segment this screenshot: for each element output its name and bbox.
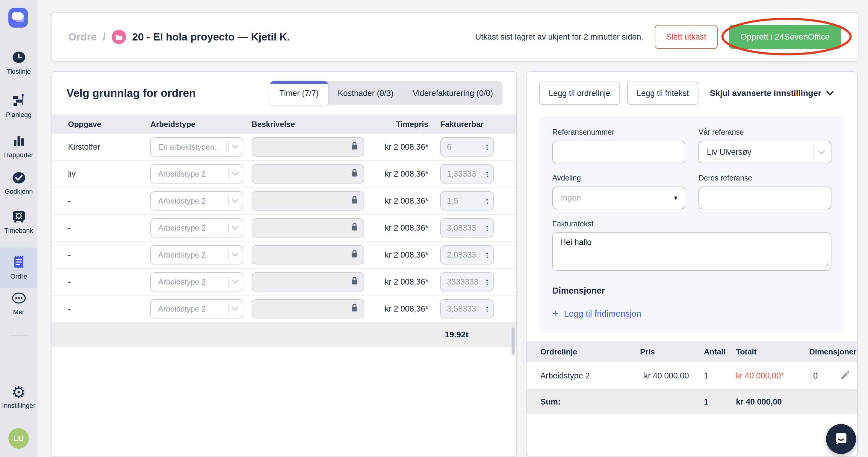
column-header: Timepris (371, 120, 440, 129)
worktype-select[interactable]: Arbeidstype 2 (150, 272, 243, 291)
deres-referanse-input[interactable] (699, 187, 832, 209)
orderline-total: kr 40 000,00* (736, 371, 809, 380)
sidebar-item-innstillinger[interactable]: ⚙ Innstillinger (0, 385, 37, 410)
chevron-down-icon (232, 280, 239, 284)
page-title: 20 - El hola proyecto — Kjetil K. (132, 31, 290, 43)
app-logo[interactable] (8, 8, 28, 28)
description-field-locked (252, 164, 364, 183)
var-referanse-label: Vår referanse (699, 128, 832, 137)
column-header: Oppgave (68, 120, 150, 129)
worktype-select[interactable]: Arbeidstype 2 (150, 299, 243, 318)
delete-draft-button[interactable]: Slett utkast (655, 25, 718, 49)
billable-hours-input: 2,08333t (440, 245, 494, 264)
plus-icon: + (552, 308, 559, 319)
add-dimension-link[interactable]: + Legg til fridimensjon (552, 308, 832, 319)
sum-total: kr 40 000,00 (736, 397, 809, 407)
column-header: Ordrelinje (540, 347, 640, 356)
edit-orderline-button[interactable] (840, 370, 849, 382)
chevron-down-icon (232, 145, 239, 149)
fakturatekst-textarea[interactable]: Hei hallo (552, 232, 832, 271)
basis-title: Velg grunnlag for ordren (66, 87, 196, 99)
user-avatar[interactable]: LU (8, 428, 29, 449)
chat-bubble-icon (833, 430, 849, 448)
timer-row: - Arbeidstype 2 kr 2 008,36* 3333333t (52, 269, 516, 296)
task-name: - (68, 304, 150, 314)
chevron-down-icon (232, 226, 239, 230)
breadcrumb-root[interactable]: Ordre (68, 31, 97, 43)
task-name: liv (68, 169, 150, 179)
toggle-advanced-settings[interactable]: Skjul avanserte innstillinger (710, 88, 834, 98)
worktype-select[interactable]: En arbeidstypen.. (150, 137, 243, 156)
sidebar-item-godkjenn[interactable]: Godkjenn (0, 172, 37, 196)
folder-icon (115, 31, 123, 43)
sidebar-item-ordre[interactable]: Ordre (0, 248, 37, 288)
timer-row: liv Arbeidstype 2 kr 2 008,36* 1,33333t (52, 161, 516, 188)
sidebar-item-label: Innstillinger (2, 402, 35, 410)
column-header: Arbeidstype (150, 120, 252, 129)
tab-timer[interactable]: Timer (7/7) (270, 81, 328, 105)
worktype-select[interactable]: Arbeidstype 2 (150, 164, 243, 183)
billable-hours-input: 3333333t (440, 272, 494, 291)
scrollbar-thumb[interactable] (512, 327, 515, 355)
billable-hours-input: 1,33333t (440, 164, 494, 183)
advanced-settings-panel: Referansenummer Vår referanse Liv Ulvers… (539, 117, 845, 333)
timer-row: - Arbeidstype 2 kr 2 008,36* 1,5t (52, 188, 516, 215)
triangle-down-icon: ▼ (673, 195, 679, 201)
worktype-select[interactable]: Arbeidstype 2 (150, 245, 243, 264)
description-field-locked (252, 218, 364, 237)
chevron-down-icon (232, 253, 239, 257)
dimensions-heading: Dimensjoner (552, 286, 832, 296)
lock-icon (351, 141, 358, 153)
task-name: - (68, 196, 150, 206)
hour-price: kr 2 008,36* (371, 250, 440, 260)
hour-price: kr 2 008,36* (371, 142, 440, 152)
timer-row: - Arbeidstype 2 kr 2 008,36* 3,08333t (52, 215, 516, 242)
task-name: - (68, 223, 150, 233)
tab-viderefakturering[interactable]: Viderefakturering (0/0) (403, 81, 503, 105)
orderline-row: Arbeidstype 2 kr 40 000,00 1 kr 40 000,0… (527, 362, 857, 390)
sum-label: Sum: (540, 397, 640, 407)
billable-hours-input: 3,08333t (440, 218, 494, 237)
chevron-down-icon (232, 199, 239, 203)
sidebar-item-timebank[interactable]: Timebank (0, 210, 37, 234)
orderlines-header: Ordrelinje Pris Antall Totalt Dimensjone… (527, 341, 857, 362)
timer-row: - Arbeidstype 2 kr 2 008,36* 2,08333t (52, 242, 516, 269)
billable-hours-input: 6t (440, 137, 494, 156)
order-details-panel: Legg til ordrelinje Legg til fritekst Sk… (526, 72, 858, 457)
worktype-select[interactable]: Arbeidstype 2 (150, 191, 243, 210)
lock-icon (351, 222, 358, 234)
column-header: Dimensjoner (809, 347, 857, 356)
billable-hours-input: 3,58333t (440, 299, 494, 318)
sidebar-item-label: Tidslinje (7, 68, 31, 76)
tab-kostnader[interactable]: Kostnader (0/3) (328, 81, 403, 105)
lock-icon (351, 249, 358, 261)
var-referanse-select[interactable]: Liv Ulversøy (699, 141, 832, 164)
lock-icon (351, 195, 358, 207)
referansenummer-input[interactable] (552, 141, 685, 164)
basis-table-header: Oppgave Arbeidstype Beskrivelse Timepris… (52, 115, 516, 134)
sidebar-item-mer[interactable]: Mer (0, 291, 37, 316)
task-name: Kirstoffer (68, 142, 150, 152)
orderline-price: kr 40 000,00 (640, 371, 704, 380)
chat-launcher-button[interactable] (826, 424, 856, 454)
chevron-down-icon (818, 147, 825, 157)
sidebar-item-rapporter[interactable]: Rapporter (0, 134, 37, 159)
lock-icon (351, 168, 358, 180)
chevron-down-icon (826, 88, 834, 98)
basis-tabs: Timer (7/7) Kostnader (0/3) Viderefaktur… (270, 81, 503, 105)
lock-icon (351, 276, 358, 288)
chevron-down-icon (232, 307, 239, 311)
sidebar-item-label: Ordre (10, 273, 27, 280)
sidebar-item-tidslinje[interactable]: Tidslinje (0, 51, 37, 76)
sidebar-item-label: Godkjenn (4, 188, 33, 196)
avdeling-select[interactable]: Ingen ▼ (552, 187, 685, 209)
task-name: - (68, 250, 150, 260)
gantt-icon (12, 93, 26, 109)
resize-handle-icon[interactable] (824, 262, 829, 268)
worktype-select[interactable]: Arbeidstype 2 (150, 218, 243, 237)
chevron-down-icon (232, 172, 239, 176)
sidebar-item-planlegg[interactable]: Planlegg (0, 93, 37, 119)
add-freetext-button[interactable]: Legg til fritekst (627, 82, 699, 105)
create-order-button[interactable]: Opprett i 24SevenOffice (729, 25, 841, 49)
add-orderline-button[interactable]: Legg til ordrelinje (539, 82, 620, 105)
